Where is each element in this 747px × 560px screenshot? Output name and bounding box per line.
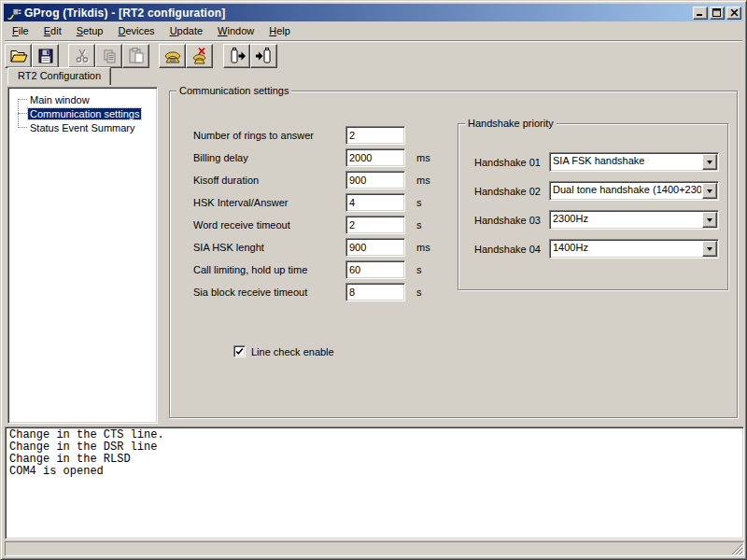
field-unit: ms [416,152,430,163]
config-tree: Main window Communication settings Statu… [7,87,158,424]
field-label: Billing delay [193,152,345,163]
field-label: Word receive timeout [193,219,345,231]
dropdown-button[interactable] [702,212,717,228]
handshake-label: Handshake 03 [474,215,549,226]
menu-help[interactable]: Help [261,22,298,40]
handshake-row: Handshake 02 Dual tone handshake (1400+2… [474,181,719,201]
titlebar[interactable]: GProg (Trikdis) - [RT2 configuration] [4,4,743,21]
number-of-rings-input[interactable] [345,126,405,145]
line-check-checkbox[interactable] [233,345,246,357]
dropdown-button[interactable] [702,183,717,199]
minimize-icon [696,8,705,17]
open-folder-icon [9,47,28,65]
minimize-button[interactable] [693,7,708,20]
handshake-priority-group: Handshake priority Handshake 01 SIA FSK … [458,123,728,290]
handshake-02-select[interactable]: Dual tone handshake (1400+2300 [549,181,719,201]
tab-label: RT2 Configuration [18,70,101,81]
connect-button[interactable] [159,44,186,68]
selected-value: SIA FSK handshake [553,155,701,166]
app-plug-icon [7,6,21,21]
field-row: Sia block receive timeout s [193,283,430,301]
field-label: Sia block receive timeout [193,287,345,298]
tree-item-label: Status Event Summary [28,122,137,133]
menu-edit[interactable]: Edit [36,22,69,40]
tree-item-label: Communication settings [28,108,141,119]
chevron-down-icon [707,161,712,164]
sia-block-timeout-input[interactable] [345,283,405,301]
disconnect-button[interactable] [186,44,213,68]
arrow-into-device-icon [255,47,274,65]
write-to-device-button[interactable] [250,44,277,68]
dropdown-button[interactable] [702,241,717,257]
close-button[interactable] [726,7,741,20]
tree-item-main-window[interactable]: Main window [8,92,157,106]
tab-rt2-configuration[interactable]: RT2 Configuration [7,67,111,85]
billing-delay-input[interactable] [345,148,405,167]
handshake-label: Handshake 04 [474,244,549,255]
field-unit: s [416,219,422,231]
sia-hsk-length-input[interactable] [345,238,405,257]
menu-file[interactable]: File [5,22,36,40]
selected-value: 2300Hz [553,213,701,224]
field-row: Word receive timeout s [193,216,430,234]
field-unit: s [416,287,422,298]
word-receive-timeout-input[interactable] [345,216,405,234]
window-title: GProg (Trikdis) - [RT2 configuration] [24,7,691,20]
field-unit: ms [416,242,430,253]
line-check-label: Line check enable [251,346,334,357]
paste-button[interactable] [122,44,149,68]
field-row: Number of rings to answer [193,126,430,145]
save-button[interactable] [32,44,59,68]
field-label: SIA HSK lenght [193,242,345,253]
tree-item-communication-settings[interactable]: Communication settings [8,106,157,120]
menu-update[interactable]: Update [162,22,210,40]
tree-item-label: Main window [28,94,92,105]
field-row: Billing delay ms [193,148,430,167]
chevron-down-icon [707,247,712,251]
handshake-04-select[interactable]: 1400Hz [549,239,719,259]
handshake-label: Handshake 02 [474,186,549,197]
resize-grip[interactable] [731,543,743,555]
status-bar [5,541,744,556]
menu-devices[interactable]: Devices [110,22,162,40]
field-label: Kisoff duration [193,175,345,186]
check-icon [235,347,244,356]
field-label: Number of rings to answer [193,130,345,141]
field-row: HSK Interval/Answer s [193,193,430,212]
field-row: Kisoff duration ms [193,171,430,189]
handshake-03-select[interactable]: 2300Hz [549,210,719,230]
device-arrow-right-icon [228,47,247,65]
tabstrip: RT2 Configuration [7,67,742,85]
close-icon [730,9,739,17]
tree-item-status-event-summary[interactable]: Status Event Summary [8,120,157,134]
dropdown-button[interactable] [702,154,717,170]
communication-log[interactable]: Change in the CTS line. Change in the DS… [5,427,744,539]
field-row: SIA HSK lenght ms [193,238,430,257]
field-label: HSK Interval/Answer [193,197,345,208]
handshake-01-select[interactable]: SIA FSK handshake [549,152,719,172]
kisoff-duration-input[interactable] [345,171,405,189]
open-button[interactable] [5,44,32,68]
hsk-interval-input[interactable] [345,193,405,212]
save-floppy-icon [36,47,55,65]
chevron-down-icon [707,218,712,222]
handshake-row: Handshake 04 1400Hz [474,239,719,259]
chevron-down-icon [707,189,712,193]
cut-button[interactable] [68,44,95,68]
handshake-row: Handshake 03 2300Hz [474,210,719,230]
menu-setup[interactable]: Setup [69,22,111,40]
read-from-device-button[interactable] [223,44,250,68]
menu-window[interactable]: Window [210,22,261,40]
copy-button[interactable] [95,44,122,68]
group-title: Communication settings [176,85,291,96]
menu-separator [5,40,742,42]
call-limiting-input[interactable] [345,260,405,279]
selected-value: 1400Hz [553,242,701,253]
phone-disconnect-icon [190,47,209,65]
selected-value: Dual tone handshake (1400+2300 [553,184,701,195]
app-window: GProg (Trikdis) - [RT2 configuration] Fi… [0,0,747,560]
log-line: Change in the RLSD [9,454,740,466]
maximize-button[interactable] [710,7,725,20]
maximize-icon [712,8,722,17]
field-row: Call limiting, hold up time s [193,260,430,279]
